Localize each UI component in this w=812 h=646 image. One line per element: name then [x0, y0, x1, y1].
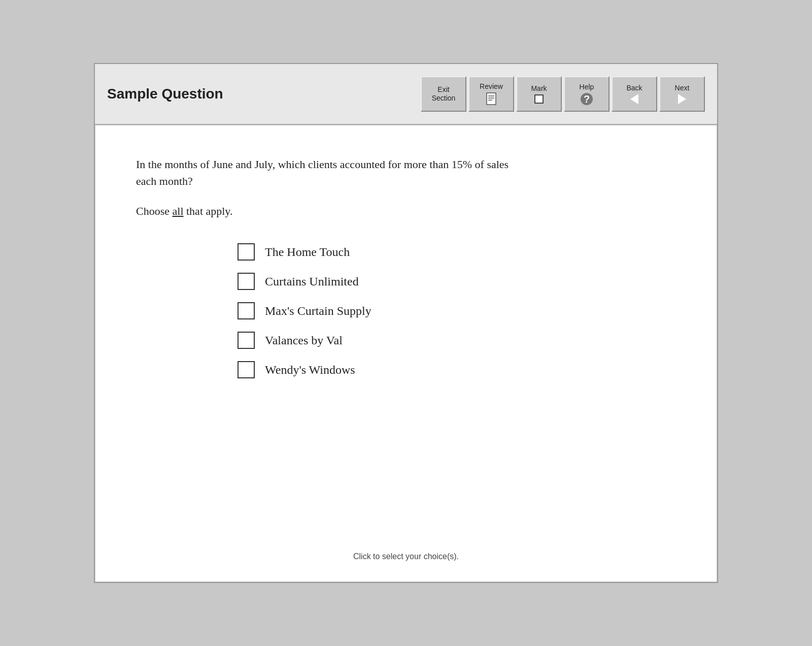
exit-section-button[interactable]: ExitSection	[421, 76, 466, 112]
instruction-text: Choose all that apply.	[136, 205, 676, 218]
checkbox-5[interactable]	[238, 361, 255, 378]
mark-button[interactable]: Mark	[516, 76, 562, 112]
choice-label-5: Wendy's Windows	[265, 363, 355, 377]
page-title: Sample Question	[107, 86, 421, 102]
checkbox-2[interactable]	[238, 273, 255, 290]
choice-item-2[interactable]: Curtains Unlimited	[238, 273, 676, 290]
review-icon	[486, 92, 497, 106]
instruction-suffix: that apply.	[184, 205, 233, 217]
review-label: Review	[480, 82, 503, 91]
mark-icon	[534, 94, 544, 104]
next-button[interactable]: Next	[659, 76, 705, 112]
mark-label: Mark	[531, 84, 547, 93]
back-button[interactable]: Back	[612, 76, 657, 112]
header: Sample Question ExitSection Review Mark	[95, 64, 717, 125]
question-text: In the months of June and July, which cl…	[136, 156, 522, 189]
choice-item-3[interactable]: Max's Curtain Supply	[238, 302, 676, 319]
help-icon: ?	[581, 93, 593, 105]
instruction-emphasis: all	[173, 205, 184, 217]
choice-item-1[interactable]: The Home Touch	[238, 243, 676, 261]
exam-frame: Sample Question ExitSection Review Mark	[94, 63, 718, 583]
choice-label-3: Max's Curtain Supply	[265, 304, 371, 318]
checkbox-3[interactable]	[238, 302, 255, 319]
choices-list: The Home Touch Curtains Unlimited Max's …	[136, 243, 676, 378]
next-arrow-icon	[678, 94, 686, 104]
choice-label-2: Curtains Unlimited	[265, 275, 359, 288]
checkbox-1[interactable]	[238, 243, 255, 261]
choice-item-5[interactable]: Wendy's Windows	[238, 361, 676, 378]
checkbox-4[interactable]	[238, 332, 255, 349]
choice-label-1: The Home Touch	[265, 245, 350, 259]
help-label: Help	[580, 83, 594, 91]
review-button[interactable]: Review	[468, 76, 514, 112]
svg-rect-0	[487, 93, 496, 105]
toolbar: ExitSection Review Mark	[421, 76, 705, 112]
choice-item-4[interactable]: Valances by Val	[238, 332, 676, 349]
content-area: In the months of June and July, which cl…	[95, 125, 717, 582]
back-arrow-icon	[630, 94, 638, 104]
footer-hint: Click to select your choice(s).	[136, 532, 676, 561]
help-button[interactable]: Help ?	[564, 76, 610, 112]
back-label: Back	[626, 84, 642, 92]
next-label: Next	[675, 84, 690, 92]
exit-section-label: ExitSection	[432, 85, 456, 103]
instruction-prefix: Choose	[136, 205, 173, 217]
choice-label-4: Valances by Val	[265, 334, 343, 347]
